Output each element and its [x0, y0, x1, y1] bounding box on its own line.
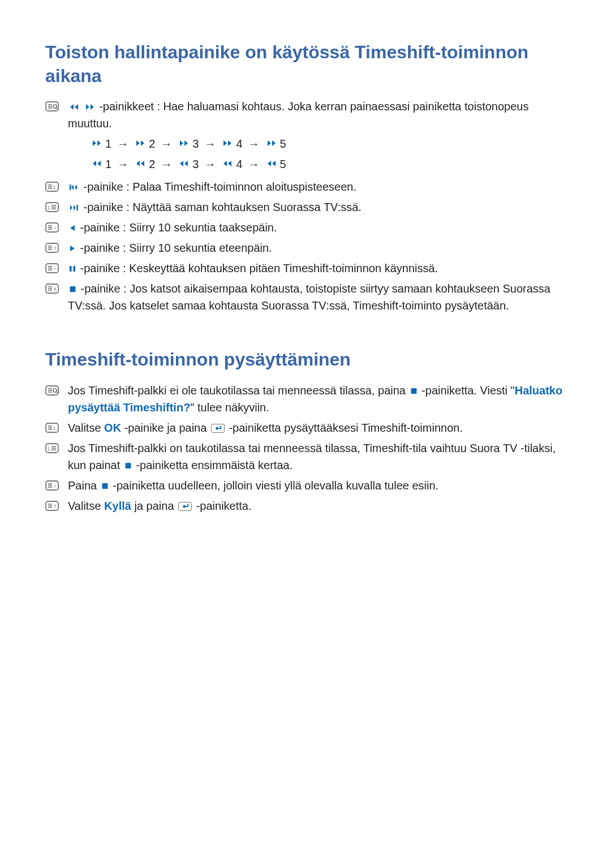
fast-forward-icon [222, 139, 233, 147]
ff-step: 1 [105, 135, 111, 152]
svg-rect-32 [102, 483, 107, 489]
enter-icon [178, 502, 192, 511]
speed-row-ff: 1 → 2 → 3 → 4 → 5 [91, 135, 570, 152]
s1-item1-text: -painike : Palaa Timeshift-toiminnon alo… [84, 181, 356, 193]
svg-text:?: ? [53, 246, 56, 251]
s1-item-2: 1 -painike : Näyttää saman kohtauksen Su… [45, 199, 570, 216]
svg-rect-30 [125, 463, 131, 469]
s2-item4-mid: ja paina [131, 500, 177, 512]
arrow-icon: → [157, 135, 175, 152]
s2-item4-yes: Kyllä [104, 500, 131, 512]
s2-item-0: Jos Timeshift-palkki ei ole taukotilassa… [45, 382, 570, 416]
skip-back-icon [69, 183, 79, 191]
speed-row-rw: 1 → 2 → 3 → 4 → 5 [91, 156, 570, 173]
rw-step: 1 [105, 156, 111, 173]
svg-text:X: X [53, 286, 57, 292]
s1-item4-text: -painike : Siirry 10 sekuntia eteenpäin. [80, 242, 272, 254]
rewind-icon [266, 160, 277, 167]
s1-item0-text: -painikkeet : Hae haluamasi kohtaus. Jok… [68, 100, 528, 130]
arrow-icon: → [157, 156, 175, 173]
manual-page: Toiston hallintapainike on käytössä Time… [0, 0, 611, 868]
ff-step: 5 [280, 135, 286, 152]
svg-text:♪: ♪ [54, 225, 57, 231]
s1-item-4: ? -painike : Siirry 10 sekuntia eteenpäi… [45, 239, 570, 256]
ff-step: 4 [236, 135, 242, 152]
s1-item-0: -painikkeet : Hae haluamasi kohtaus. Jok… [45, 98, 570, 175]
svg-rect-13 [77, 205, 79, 210]
s1-item-1: 1 -painike : Palaa Timeshift-toiminnon a… [45, 178, 570, 195]
bullet-icon: ? [45, 497, 68, 512]
rw-step: 4 [236, 156, 242, 173]
s1-item-3: ♪ -painike : Siirry 10 sekuntia taaksepä… [45, 219, 570, 236]
svg-text:1: 1 [47, 205, 50, 210]
section2-title: Timeshift-toiminnon pysäyttäminen [45, 348, 570, 372]
arrow-icon: → [245, 135, 263, 152]
bullet-icon: ♪ [45, 477, 68, 492]
svg-text:1: 1 [53, 184, 55, 190]
fast-forward-icon [92, 139, 102, 147]
svg-rect-7 [70, 184, 71, 190]
bullet-icon: ♪ [45, 219, 68, 234]
fast-forward-icon [85, 103, 95, 111]
ff-step: 2 [149, 135, 155, 152]
fast-forward-icon [135, 139, 145, 147]
stop-icon [101, 482, 109, 490]
s1-item3-text: -painike : Siirry 10 sekuntia taaksepäin… [80, 221, 277, 234]
svg-text:i: i [54, 266, 56, 272]
bullet-icon: 1 [45, 199, 68, 213]
s2-item1-pre: Valitse [68, 422, 104, 434]
svg-rect-17 [70, 266, 72, 272]
bullet-icon [45, 98, 68, 113]
rw-step: 2 [149, 156, 155, 173]
fast-forward-icon [266, 139, 277, 147]
enter-icon [211, 424, 225, 433]
bullet-icon: ? [45, 239, 68, 254]
pause-icon [69, 265, 76, 273]
s2-item-4: ? Valitse Kyllä ja paina -painiketta. [45, 497, 570, 514]
arrow-icon: → [114, 135, 132, 152]
s2-item1-mid: -painike ja paina [121, 422, 210, 434]
svg-text:?: ? [53, 504, 56, 509]
s1-item-6: X -painike : Jos katsot aikaisempaa koht… [45, 280, 570, 314]
s1-item6-text: -painike : Jos katsot aikaisempaa kohtau… [68, 282, 550, 312]
s2-item-3: ♪ Paina -painiketta uudelleen, jolloin v… [45, 477, 570, 494]
rewind-icon [135, 160, 145, 167]
svg-rect-18 [74, 266, 76, 272]
s2-item2-post: -painiketta ensimmäistä kertaa. [136, 459, 292, 471]
skip-forward-icon [69, 204, 79, 212]
s2-item3-pre: Paina [68, 479, 100, 492]
bullet-icon: X [45, 280, 68, 295]
s2-item1-post: -painiketta pysäyttääksesi Timeshift-toi… [229, 422, 463, 434]
right-arrow-icon [69, 244, 76, 252]
svg-text:1: 1 [47, 446, 50, 452]
bullet-icon: 1 [45, 440, 68, 454]
s2-item0-post: -painiketta. Viesti " [421, 384, 515, 397]
s2-item1-ok: OK [104, 422, 121, 434]
s1-item5-text: -painike : Keskeyttää kohtauksen pitäen … [80, 262, 438, 274]
arrow-icon: → [245, 156, 263, 173]
rw-step: 5 [280, 156, 286, 173]
bullet-icon: 1 [45, 419, 68, 434]
rewind-icon [69, 103, 79, 111]
rewind-icon [179, 160, 189, 167]
bullet-icon: 1 [45, 178, 68, 193]
bullet-icon [45, 382, 68, 397]
s2-item0-pre: Jos Timeshift-palkki ei ole taukotilassa… [68, 384, 409, 397]
s2-item-1: 1 Valitse OK -painike ja paina -painiket… [45, 419, 570, 436]
s2-item4-pre: Valitse [68, 500, 104, 512]
svg-rect-20 [70, 286, 76, 292]
stop-icon [410, 387, 418, 395]
rewind-icon [92, 160, 102, 167]
svg-rect-23 [411, 388, 416, 394]
s2-item-2: 1 Jos Timeshift-palkki on taukotilassa t… [45, 440, 570, 474]
svg-text:♪: ♪ [54, 483, 57, 489]
s1-item-5: i -painike : Keskeyttää kohtauksen pitäe… [45, 260, 570, 277]
svg-text:1: 1 [53, 426, 55, 431]
svg-line-5 [56, 108, 58, 109]
left-arrow-icon [69, 224, 76, 232]
s2-item0-tail: " tulee näkyviin. [190, 401, 269, 414]
stop-icon [69, 285, 76, 293]
fast-forward-icon [179, 139, 189, 147]
s2-item4-post: -painiketta. [196, 500, 252, 512]
rw-step: 3 [192, 156, 199, 173]
